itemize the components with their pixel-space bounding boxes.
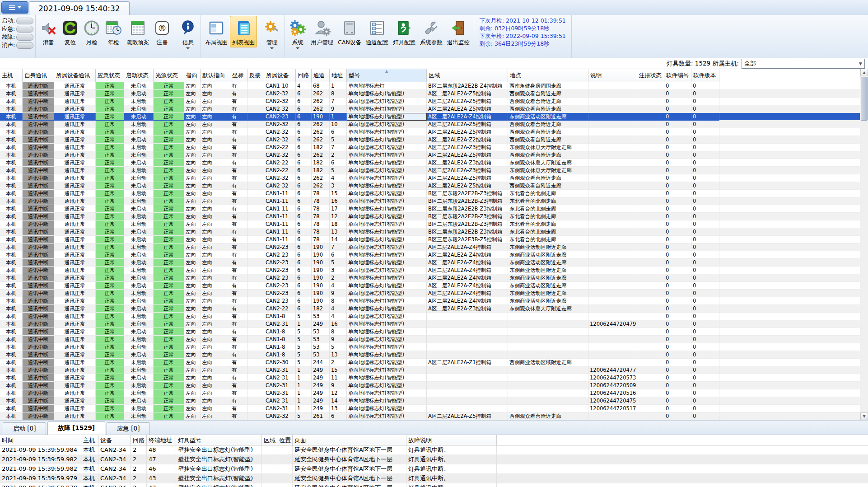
column-header[interactable]: 所属设备 — [264, 69, 296, 82]
table-row[interactable]: 本机通讯中断通讯正常正常未启动正常左向左向有CAN2-31124911单向地埋标… — [0, 374, 860, 382]
column-header[interactable]: 故障说明 — [406, 435, 497, 445]
user-management-button[interactable]: 用户管理 — [308, 16, 336, 47]
column-header[interactable]: 区域 — [427, 69, 508, 82]
column-header[interactable]: 区域 — [262, 435, 277, 445]
table-row[interactable]: 本机通讯中断通讯正常正常未启动正常左向左向有CAN2-3262623单向地埋标志… — [0, 182, 860, 190]
can-device-button[interactable]: CAN设备 — [336, 16, 364, 47]
table-row[interactable]: 本机通讯中断通讯正常正常未启动正常左向左向有CAN1-85535单向地埋标志灯(… — [0, 343, 860, 351]
table-row[interactable]: 本机通讯中断通讯正常正常未启动正常左向左向有CAN1-104681单向地埋标志灯… — [0, 82, 860, 90]
column-header[interactable]: 应急状态 — [96, 69, 124, 82]
table-row[interactable]: 本机通讯中断通讯正常正常未启动正常左向左向有CAN2-3052442单向地埋标志… — [0, 359, 860, 366]
exit-monitor-button[interactable]: 退出监控 — [445, 16, 472, 47]
column-header[interactable]: 反接 — [247, 69, 264, 82]
column-header[interactable]: 终端地址 — [147, 435, 176, 445]
main-menu-button[interactable] — [1, 1, 28, 14]
tab-active[interactable]: 故障 [1529] — [47, 421, 105, 435]
table-row[interactable]: 本机通讯中断通讯正常正常未启动正常左向左向有CAN2-3262622单向地埋标志… — [0, 151, 860, 159]
table-row[interactable]: 本机通讯中断通讯正常正常未启动正常左向左向有CAN2-2361902单向地埋标志… — [0, 274, 860, 282]
reset-button[interactable]: 复位 — [59, 16, 81, 47]
table-row[interactable]: 本机通讯中断通讯正常正常未启动正常左向左向有CAN2-2361901单向地埋标志… — [0, 113, 860, 121]
column-header[interactable]: 默认指向 — [201, 69, 230, 82]
table-row[interactable]: 本机通讯中断通讯正常正常未启动正常左向左向有CAN2-2361904单向地埋标志… — [0, 282, 860, 290]
info-button[interactable]: 信息 — [177, 16, 199, 50]
column-header[interactable]: 指向 — [184, 69, 201, 82]
column-header[interactable]: 启动状态 — [124, 69, 154, 82]
table-row[interactable]: 本机通讯中断通讯正常正常未启动正常左向左向有CAN2-31124912单向地埋标… — [0, 389, 860, 397]
monthly-check-button[interactable]: 月检 — [81, 16, 103, 47]
column-header[interactable]: 通道 — [312, 69, 330, 82]
table-row[interactable]: 本机通讯中断通讯正常正常未启动正常左向左向有CAN2-3112499单向地埋标志… — [0, 382, 860, 389]
table-row[interactable]: 2021-09-09 15:39:59.978本机CAN2-34242壁挂安全出… — [0, 483, 868, 487]
column-header[interactable]: 软件编号 — [664, 69, 691, 82]
column-header[interactable]: 位置 — [277, 435, 293, 445]
list-view-button[interactable]: 列表视图 — [230, 16, 257, 47]
table-row[interactable]: 本机通讯中断通讯正常正常未启动正常左向左向有CAN2-2361906单向地埋标志… — [0, 251, 860, 259]
table-row[interactable]: 本机通讯中断通讯正常正常未启动正常左向左向有CAN2-2361903单向地埋标志… — [0, 267, 860, 274]
table-row[interactable]: 本机通讯中断通讯正常正常未启动正常左向左向有CAN2-31124915单向地埋标… — [0, 366, 860, 374]
table-row[interactable]: 本机通讯中断通讯正常正常未启动正常左向左向有CAN2-3262625单向地埋标志… — [0, 136, 860, 144]
column-header[interactable]: 地址 — [330, 69, 347, 82]
lamp-config-button[interactable]: 灯具配置 — [391, 16, 418, 47]
table-row[interactable]: 本机通讯中断通讯正常正常未启动正常左向左向有CAN1-1167814单向地埋标志… — [0, 236, 860, 244]
tab-inactive[interactable]: 启动 [0] — [3, 422, 46, 435]
system-params-button[interactable]: 系统参数 — [418, 16, 445, 47]
column-header[interactable]: 回路 — [296, 69, 312, 82]
table-row[interactable]: 本机通讯中断通讯正常正常未启动正常左向左向有CAN1-1167812单向地埋标志… — [0, 213, 860, 220]
table-row[interactable]: 本机通讯中断通讯正常正常未启动正常左向左向有CAN1-85538单向地埋标志灯(… — [0, 328, 860, 336]
table-row[interactable]: 本机通讯中断通讯正常正常未启动正常左向左向有CAN1-1167818单向地埋标志… — [0, 220, 860, 228]
column-header[interactable]: 设备 — [98, 435, 131, 445]
table-row[interactable]: 本机通讯中断通讯正常正常未启动正常左向左向有CAN2-32626210单向地埋标… — [0, 121, 860, 128]
evacuation-plan-button[interactable]: 疏散预案 — [124, 16, 151, 47]
column-header[interactable]: 软件版本 — [691, 69, 719, 82]
column-header[interactable]: 说明 — [588, 69, 637, 82]
table-row[interactable]: 本机通讯中断通讯正常正常未启动正常左向左向有CAN2-2361905单向地埋标志… — [0, 259, 860, 267]
column-header[interactable]: 坐标 — [230, 69, 247, 82]
table-row[interactable]: 本机通讯中断通讯正常正常未启动正常左向左向有CAN2-3262624单向地埋标志… — [0, 174, 860, 182]
annual-check-button[interactable]: 年检 — [103, 16, 124, 47]
table-row[interactable]: 本机通讯中断通讯正常正常未启动正常左向左向有CAN1-85534单向地埋标志灯(… — [0, 313, 860, 320]
table-row[interactable]: 本机通讯中断通讯正常正常未启动正常左向左向有CAN1-1167817单向地埋标志… — [0, 205, 860, 213]
column-header[interactable]: 所属设备通讯 — [54, 69, 96, 82]
column-header[interactable]: 地点 — [508, 69, 588, 82]
scrollbar-thumb[interactable] — [861, 77, 868, 121]
table-row[interactable]: 本机通讯中断通讯正常正常未启动正常左向左向有CAN2-2361907单向地埋标志… — [0, 244, 860, 251]
table-row[interactable]: 本机通讯中断通讯正常正常未启动正常左向左向有CAN2-3262626单向地埋标志… — [0, 128, 860, 136]
layout-view-button[interactable]: 布局视图 — [203, 16, 230, 47]
column-header[interactable]: 时间 — [0, 435, 81, 445]
table-row[interactable]: 本机通讯中断通讯正常正常未启动正常左向左向有CAN2-31124914单向地埋标… — [0, 397, 860, 405]
table-row[interactable]: 本机通讯中断通讯正常正常未启动正常左向左向有CAN2-2261825单向地埋标志… — [0, 167, 860, 174]
column-header[interactable]: 主机 — [0, 69, 23, 82]
mute-button[interactable]: 消音 — [37, 16, 59, 47]
tab-inactive[interactable]: 应急 [0] — [107, 422, 150, 435]
column-header[interactable]: 自身通讯 — [23, 69, 54, 82]
channel-config-button[interactable]: 通道配置 — [364, 16, 391, 47]
table-row[interactable]: 本机通讯中断通讯正常正常未启动正常左向左向有CAN2-2361908单向地埋标志… — [0, 297, 860, 305]
table-row[interactable]: 本机通讯中断通讯正常正常未启动正常左向左向有CAN2-31124913单向地埋标… — [0, 405, 860, 412]
table-row[interactable]: 本机通讯中断通讯正常正常未启动正常左向左向有CAN1-85539单向地埋标志灯(… — [0, 336, 860, 343]
table-row[interactable]: 本机通讯中断通讯正常正常未启动正常左向左向有CAN2-2261824单向地埋标志… — [0, 305, 860, 313]
system-button[interactable]: 系统 — [287, 16, 308, 50]
table-row[interactable]: 2021-09-09 15:39:59.984本机CAN2-34248壁挂安全出… — [0, 445, 868, 455]
column-header[interactable]: 回路 — [131, 435, 147, 445]
table-row[interactable]: 本机通讯中断通讯正常正常未启动正常左向左向有CAN2-2261826单向地埋标志… — [0, 159, 860, 167]
table-row[interactable]: 本机通讯中断通讯正常正常未启动正常左向左向有CAN1-1167813单向地埋标志… — [0, 228, 860, 236]
table-row[interactable]: 本机通讯中断通讯正常正常未启动正常左向左向有CAN1-1167815单向地埋标志… — [0, 190, 860, 197]
current-time-tab[interactable]: 2021-09-09 15:40:32 — [29, 1, 130, 15]
table-row[interactable]: 本机通讯中断通讯正常正常未启动正常左向左向有CAN2-3262627单向地埋标志… — [0, 98, 860, 105]
scroll-down-button[interactable]: ▼ — [860, 412, 868, 420]
register-button[interactable]: ®注册 — [151, 16, 173, 47]
table-row[interactable]: 2021-09-09 15:39:59.982本机CAN2-34247壁挂安全出… — [0, 455, 868, 464]
table-row[interactable]: 本机通讯中断通讯正常正常未启动正常左向左向有CAN1-1167816单向地埋标志… — [0, 197, 860, 205]
table-row[interactable]: 本机通讯中断通讯正常正常未启动正常左向左向有CAN2-3262628单向地埋标志… — [0, 90, 860, 98]
vertical-scrollbar[interactable]: ▲ ▼ — [860, 69, 868, 420]
column-header[interactable]: 页面 — [293, 435, 406, 445]
manage-button[interactable]: 管理 — [261, 16, 283, 50]
column-header[interactable]: 型号▲ — [347, 69, 427, 82]
table-row[interactable]: 本机通讯中断通讯正常正常未启动正常左向左向有CAN2-2261827单向地埋标志… — [0, 144, 860, 151]
combo-dropdown-icon[interactable]: ▼ — [859, 61, 862, 66]
table-row[interactable]: 本机通讯中断通讯正常正常未启动正常左向左向有CAN2-2361909单向地埋标志… — [0, 290, 860, 297]
column-header[interactable]: 光源状态 — [154, 69, 184, 82]
scroll-up-button[interactable]: ▲ — [860, 69, 868, 76]
table-row[interactable]: 本机通讯中断通讯正常正常未启动正常左向左向有CAN2-31124916单向地埋标… — [0, 320, 860, 328]
table-row[interactable]: 本机通讯中断通讯正常正常未启动正常左向左向有CAN2-3252616单向地埋标志… — [0, 412, 860, 420]
